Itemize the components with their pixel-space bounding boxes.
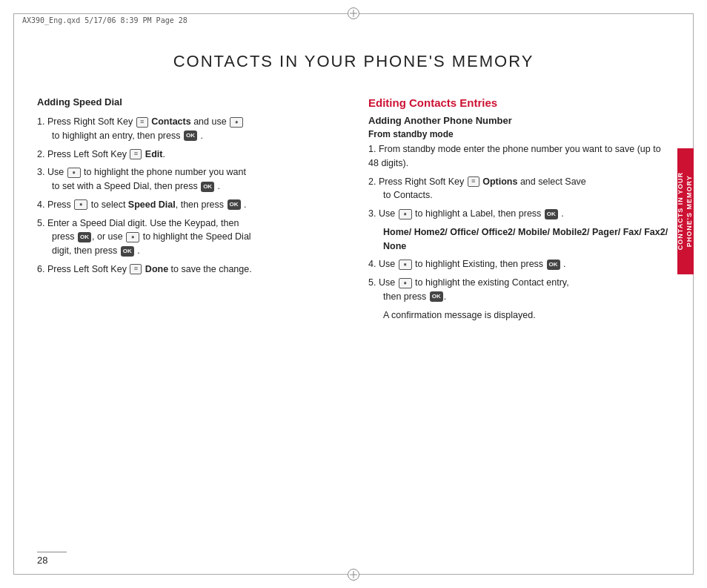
right-step-1: 1. From standby mode enter the phone num… (368, 142, 670, 171)
page-divider (37, 552, 67, 552)
step-6-bold: Done (145, 264, 168, 274)
crosshair-top-icon (348, 7, 359, 19)
softkey-icon-r2 (468, 176, 479, 187)
label-options: Home/ Home2/ Office/ Office2/ Mobile/ Mo… (383, 225, 670, 254)
softkey-icon (136, 117, 148, 128)
ok-icon-5a: OK (78, 232, 91, 242)
step-2-bold: Edit (145, 149, 163, 159)
nav-icon-r5 (399, 278, 412, 288)
right-step-2-bold: Options (482, 176, 517, 187)
subsection-title: Adding Another Phone Number (368, 115, 670, 126)
right-step-4: 4. Use to highlight Existing, then press… (368, 257, 670, 271)
left-section-title: Adding Speed Dial (37, 96, 339, 108)
left-column: Adding Speed Dial 1. Press Right Soft Ke… (37, 96, 339, 544)
step-4-bold: Speed Dial (128, 199, 176, 210)
ok-icon-4: OK (228, 199, 241, 210)
ok-icon-5b: OK (121, 246, 134, 257)
step-3: 3. Use to highlight the phone number you… (37, 165, 339, 194)
nav-icon (230, 117, 243, 128)
ok-icon: OK (184, 131, 197, 141)
ok-icon-r3: OK (545, 209, 558, 219)
step-1-bold: Contacts (151, 116, 190, 127)
step-2: 2. Press Left Soft Key Edit. (37, 148, 339, 162)
confirmation-msg: A confirmation message is displayed. (383, 308, 670, 323)
right-step-5: 5. Use to highlight the existing Contact… (368, 276, 670, 322)
page-title: CONTACTS IN YOUR PHONE'S MEMORY (0, 52, 707, 71)
softkey-icon-2 (130, 149, 142, 159)
step-3-line2: to set with a Speed Dial, then press OK … (52, 179, 339, 194)
right-step-2: 2. Press Right Soft Key Options and sele… (368, 175, 670, 203)
page-number: 28 (37, 555, 47, 566)
ok-icon-r5: OK (430, 291, 443, 302)
nav-icon-4 (74, 199, 87, 210)
right-step-3: 3. Use to highlight a Label, then press … (368, 207, 670, 253)
right-step-5-line2: then press OK. (383, 290, 670, 304)
step-5-line2: press OK, or use to highlight the Speed … (52, 230, 339, 244)
ok-icon-r4: OK (547, 260, 560, 270)
step-1-num: 1. Press Right Soft Key (37, 116, 133, 127)
right-column: Editing Contacts Entries Adding Another … (368, 96, 670, 544)
step-1-line2: to highlight an entry, then press OK . (52, 129, 339, 143)
nav-icon-r3 (399, 209, 412, 219)
file-header: AX390_Eng.qxd 5/17/06 8:39 PM Page 28 (22, 16, 187, 24)
nav-icon-r4 (399, 260, 412, 270)
border-left (13, 13, 14, 575)
content-area: Adding Speed Dial 1. Press Right Soft Ke… (37, 96, 670, 544)
sidebar-tab: CONTACTS IN YOURPHONE'S MEMORY (677, 148, 694, 274)
ok-icon-3: OK (201, 182, 214, 192)
right-section-title: Editing Contacts Entries (368, 96, 670, 109)
step-6: 6. Press Left Soft Key Done to save the … (37, 262, 339, 277)
sidebar-tab-text: CONTACTS IN YOURPHONE'S MEMORY (677, 172, 694, 250)
step-1: 1. Press Right Soft Key Contacts and use… (37, 115, 339, 143)
step-5: 5. Enter a Speed Dial digit. Use the Key… (37, 217, 339, 258)
step-5-line3: digit, then press OK . (52, 244, 339, 258)
nav-icon-5 (126, 232, 139, 242)
crosshair-bottom-icon (348, 569, 359, 581)
nav-icon-3 (67, 168, 81, 178)
from-mode-label: From standby mode (368, 129, 670, 139)
step-4: 4. Press to select Speed Dial, then pres… (37, 198, 339, 212)
right-step-2-line2: to Contacts. (383, 188, 670, 202)
softkey-icon-6 (130, 264, 142, 274)
border-right (693, 13, 694, 575)
